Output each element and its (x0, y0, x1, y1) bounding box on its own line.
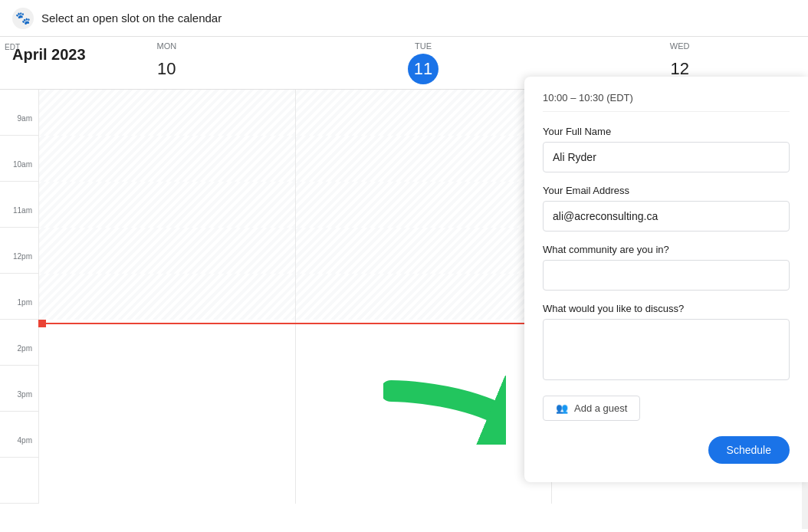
add-guest-button[interactable]: 👥 Add a guest (543, 396, 640, 421)
header-title: Select an open slot on the calendar (41, 11, 222, 25)
cell-mon-1pm[interactable] (38, 320, 295, 366)
email-input[interactable] (543, 201, 790, 232)
cell-mon-10am[interactable] (38, 182, 295, 228)
cell-tue-10am[interactable] (295, 182, 552, 228)
add-guest-icon: 👥 (556, 402, 568, 414)
cell-tue-11am[interactable] (295, 228, 552, 274)
full-name-input[interactable] (543, 142, 790, 172)
paw-icon: 🐾 (15, 11, 31, 25)
panel-footer: Schedule (543, 436, 790, 464)
cell-mon-9am[interactable] (38, 136, 295, 182)
cell-tue-9am[interactable] (295, 136, 552, 182)
day-name-mon: Mon (38, 41, 295, 51)
community-group: What community are you in? (543, 244, 790, 291)
day-header-spacer: EDT (0, 37, 38, 89)
discuss-textarea[interactable] (543, 319, 790, 380)
time-label-1pm: 1pm (0, 297, 38, 343)
header-icon: 🐾 (12, 8, 34, 29)
time-label-2pm: 2pm (0, 343, 38, 389)
cell-tue-3pm[interactable] (295, 412, 552, 458)
add-guest-label: Add a guest (574, 402, 627, 414)
day-number-10: 10 (151, 54, 182, 84)
cell-mon-8am[interactable] (38, 90, 295, 136)
community-label: What community are you in? (543, 244, 790, 255)
cell-mon-12pm[interactable] (38, 274, 295, 320)
time-label-8am: 8am (0, 90, 38, 113)
email-label: Your Email Address (543, 185, 790, 196)
discuss-label: What would you like to discuss? (543, 303, 790, 314)
full-name-label: Your Full Name (543, 126, 790, 137)
time-label-9am: 9am (0, 113, 38, 159)
time-label-3pm: 3pm (0, 389, 38, 435)
cell-mon-4pm[interactable] (38, 458, 295, 504)
cell-tue-12pm[interactable] (295, 274, 552, 320)
timezone-label: EDT (0, 37, 38, 51)
cell-mon-11am[interactable] (38, 228, 295, 274)
time-label-11am: 11am (0, 205, 38, 251)
day-header-mon: Mon 10 (38, 37, 295, 89)
cell-tue-8am[interactable] (295, 90, 552, 136)
cell-tue-1pm[interactable] (295, 320, 552, 366)
day-name-wed: Wed (551, 41, 808, 51)
time-label-4pm: 4pm (0, 435, 38, 481)
time-label-12pm: 12pm (0, 251, 38, 297)
panel-time-info: 10:00 – 10:30 (EDT) (543, 92, 790, 112)
cell-tue-4pm[interactable] (295, 458, 552, 504)
community-input[interactable] (543, 260, 790, 291)
day-number-11: 11 (408, 54, 438, 84)
panel-time-text: 10:00 – 10:30 (EDT) (543, 92, 633, 103)
time-label-10am: 10am (0, 159, 38, 205)
header: 🐾 Select an open slot on the calendar (0, 0, 808, 37)
cell-mon-3pm[interactable] (38, 412, 295, 458)
schedule-button[interactable]: Schedule (708, 436, 790, 464)
day-header-tue: Tue 11 (295, 37, 552, 89)
email-group: Your Email Address (543, 185, 790, 232)
discuss-group: What would you like to discuss? (543, 303, 790, 383)
cell-mon-2pm[interactable] (38, 366, 295, 412)
day-name-tue: Tue (295, 41, 552, 51)
sidebar-panel: 10:00 – 10:30 (EDT) Your Full Name Your … (524, 77, 808, 482)
cell-tue-2pm[interactable] (295, 366, 552, 412)
full-name-group: Your Full Name (543, 126, 790, 172)
